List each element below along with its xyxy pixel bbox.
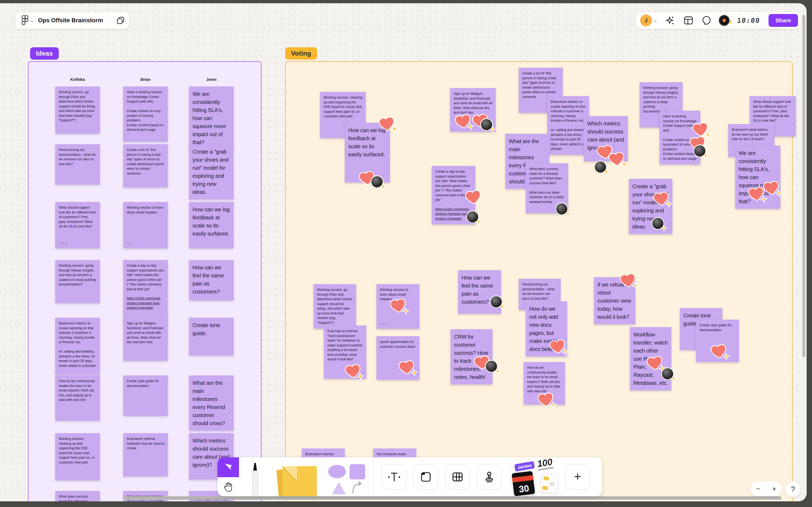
heart-reaction-sticker[interactable] bbox=[391, 299, 406, 314]
sticky-note[interactable]: Working session: go through Plain and de… bbox=[55, 87, 100, 133]
sticky-note[interactable]: What does success mean for a Resend cust… bbox=[55, 491, 100, 501]
heart-reaction-sticker[interactable] bbox=[609, 153, 625, 167]
sticky-note[interactable]: We are consistently hitting SLA's, how c… bbox=[735, 146, 780, 209]
heart-reaction-sticker[interactable] bbox=[647, 357, 663, 371]
sticky-note[interactable]: How do we not only add new docs pages, b… bbox=[526, 301, 567, 356]
sticky-note[interactable]: Have a working session on Knowledge Cent… bbox=[659, 111, 700, 164]
avatar-reaction-sticker[interactable] bbox=[651, 217, 664, 230]
hand-tool[interactable] bbox=[218, 477, 239, 496]
sticky-note[interactable]: Restructuring our documentation - what d… bbox=[55, 144, 100, 184]
avatar-reaction-sticker[interactable] bbox=[594, 161, 607, 174]
help-button[interactable]: ? bbox=[785, 482, 801, 497]
sticky-note[interactable]: Create a "grab your shoes and run" model… bbox=[629, 179, 673, 234]
avatar-reaction-sticker[interactable] bbox=[466, 211, 479, 224]
sticky-note[interactable]: Brainstorm internal runbooks that we nee… bbox=[123, 433, 168, 476]
sticky-note[interactable]: What should support look like for differ… bbox=[55, 202, 100, 248]
avatar[interactable]: J bbox=[640, 14, 652, 26]
sticky-note-tool[interactable] bbox=[271, 457, 322, 496]
sticky-note[interactable]: upsell opportunities for customer succes… bbox=[376, 336, 419, 380]
sticky-note[interactable]: Which metrics should success care about … bbox=[584, 116, 628, 161]
sticky-note[interactable]: Create a "grab your shoes and run" model… bbox=[189, 144, 234, 199]
marker-tool[interactable] bbox=[239, 457, 271, 496]
stamp-tool[interactable] bbox=[477, 464, 502, 489]
sticky-note[interactable]: Create a day-to-day support expectations… bbox=[432, 166, 475, 224]
heart-reaction-sticker[interactable] bbox=[399, 361, 415, 376]
sticky-note[interactable]: We are consistently hitting SLA's, how c… bbox=[189, 87, 234, 150]
duplicate-icon[interactable] bbox=[112, 16, 129, 24]
text-tool[interactable] bbox=[382, 464, 407, 489]
voting-section-frame[interactable]: Working session: cleaning up and organiz… bbox=[285, 61, 793, 501]
ai-sparkle-icon[interactable] bbox=[665, 15, 675, 25]
heart-reaction-sticker[interactable] bbox=[653, 192, 669, 207]
heart-reaction-sticker[interactable] bbox=[379, 117, 395, 132]
sticky-note-link[interactable]: https://a16z.com/good-product-manager-ba… bbox=[127, 296, 165, 311]
sticky-note[interactable]: Create style guide for documentation bbox=[123, 376, 168, 416]
widgets-collage[interactable]: Jambot 30 100 bbox=[513, 457, 561, 495]
shapes-tool[interactable] bbox=[322, 457, 373, 496]
sticky-note[interactable]: Sign up for Mailgun, SendGrid, and Postm… bbox=[123, 318, 168, 361]
sticky-note[interactable]: How do we continuously enable the team t… bbox=[524, 362, 565, 404]
document-title[interactable]: Ops Offsite Brainstorm bbox=[38, 17, 103, 24]
sticky-note[interactable]: If we rebuilt retool customer view today… bbox=[594, 277, 635, 324]
sticky-note[interactable]: Working session to learn about email hea… bbox=[376, 284, 419, 329]
sticky-note[interactable]: Working session: going through Inkeep in… bbox=[55, 260, 100, 303]
avatar-reaction-sticker[interactable] bbox=[485, 360, 498, 373]
horizontal-scrollbar[interactable] bbox=[123, 496, 781, 500]
sticky-note[interactable]: How can we log feedback at scale so its … bbox=[345, 123, 390, 182]
avatar-reaction-sticker[interactable] bbox=[661, 368, 674, 381]
sticky-note[interactable]: Brainstorm metrics to create reporting o… bbox=[55, 318, 100, 375]
heart-reaction-sticker[interactable] bbox=[466, 191, 481, 205]
heart-reaction-sticker[interactable] bbox=[711, 345, 727, 359]
vertical-scrollbar[interactable] bbox=[802, 15, 805, 357]
section-label-voting[interactable]: Voting bbox=[285, 47, 317, 60]
avatar-reaction-sticker[interactable] bbox=[490, 295, 503, 308]
avatar-reaction-sticker[interactable] bbox=[480, 118, 493, 131]
heart-reaction-sticker[interactable] bbox=[764, 181, 779, 196]
heart-reaction-sticker[interactable] bbox=[693, 123, 708, 137]
zoom-in-button[interactable]: + bbox=[766, 481, 782, 496]
music-timer-widget[interactable]: ♪ 10:00 bbox=[716, 14, 764, 27]
templates-icon[interactable] bbox=[683, 15, 694, 25]
heart-reaction-sticker[interactable] bbox=[455, 115, 471, 129]
sticky-note[interactable]: Have a working session on Knowledge Cent… bbox=[123, 87, 168, 142]
sticky-note[interactable]: Sign up for Mailgun, SendGrid, and Postm… bbox=[450, 88, 496, 131]
avatar-reaction-sticker[interactable] bbox=[370, 175, 384, 188]
sticky-note[interactable]: Create style guide for documentation bbox=[696, 320, 739, 362]
heart-reaction-sticker[interactable] bbox=[345, 365, 361, 379]
table-tool[interactable] bbox=[445, 464, 470, 489]
zoom-out-button[interactable]: − bbox=[750, 481, 766, 496]
ideas-section-frame[interactable]: KrithikaWorking session: go through Plai… bbox=[28, 61, 262, 501]
sticky-note[interactable]: CRM for customer success? How to track m… bbox=[451, 329, 492, 384]
select-tool[interactable] bbox=[218, 457, 239, 477]
sticky-note[interactable]: Create a list of "this person is having … bbox=[123, 144, 168, 187]
sticky-note[interactable]: How can we log feedback at scale so its … bbox=[189, 202, 234, 248]
avatar-chevron-icon[interactable]: ⌄ bbox=[653, 18, 658, 23]
heart-reaction-sticker[interactable] bbox=[538, 393, 554, 408]
sticky-note[interactable]: Brainstorm metrics to create reporting o… bbox=[547, 96, 589, 155]
square-shape-icon bbox=[350, 464, 365, 480]
sticky-note[interactable]: Working session: go through Plain and de… bbox=[313, 284, 356, 328]
sticky-note[interactable]: Working session: cleaning up and organiz… bbox=[55, 433, 100, 480]
heart-reaction-sticker[interactable] bbox=[550, 340, 566, 354]
chevron-down-icon[interactable]: ⌄ bbox=[30, 18, 35, 23]
sticky-note[interactable]: Create tone guide. bbox=[189, 318, 234, 355]
sticky-note[interactable]: Working session to learn about email hea… bbox=[123, 202, 168, 248]
figma-logo-icon[interactable] bbox=[21, 15, 28, 25]
sticky-note[interactable]: Create a day-to-day support expectations… bbox=[123, 260, 168, 322]
sticky-note[interactable]: How can we feel the same pain as custome… bbox=[458, 270, 501, 314]
comment-bubble-icon[interactable] bbox=[701, 15, 711, 25]
section-tool[interactable] bbox=[413, 464, 438, 489]
sticky-note[interactable]: What does success mean for a Resend cust… bbox=[526, 163, 568, 213]
section-label-ideas[interactable]: Ideas bbox=[30, 47, 59, 60]
sticky-note[interactable]: If we had an internal "hack week/launch … bbox=[324, 326, 366, 379]
heart-reaction-sticker[interactable] bbox=[749, 187, 764, 202]
sticky-note[interactable]: How can we feel the same pain as custome… bbox=[189, 260, 234, 300]
avatar-reaction-sticker[interactable] bbox=[555, 203, 569, 216]
avatar-reaction-sticker[interactable] bbox=[693, 145, 706, 158]
sticky-note[interactable]: How do we continuously enable the team t… bbox=[55, 376, 100, 420]
heart-reaction-sticker[interactable] bbox=[620, 274, 636, 288]
share-button[interactable]: Share bbox=[768, 14, 798, 27]
sticky-note[interactable]: Workflow transfer: watch each other use … bbox=[630, 327, 671, 390]
more-tools-button[interactable]: + bbox=[565, 464, 590, 489]
sticky-note[interactable]: What are the main milestones every Resen… bbox=[189, 376, 234, 431]
